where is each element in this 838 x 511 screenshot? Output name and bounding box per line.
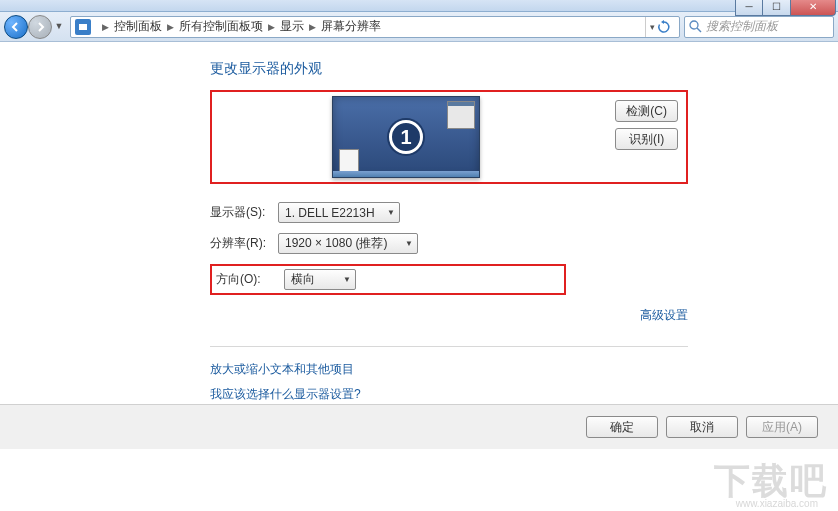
resolution-dropdown[interactable]: 1920 × 1080 (推荐) ▼ [278, 233, 418, 254]
refresh-icon[interactable] [657, 20, 671, 34]
watermark-text: 下载吧 [714, 457, 828, 506]
detect-button[interactable]: 检测(C) [615, 100, 678, 122]
search-placeholder: 搜索控制面板 [706, 18, 778, 35]
svg-line-1 [697, 28, 701, 32]
advanced-settings-link[interactable]: 高级设置 [640, 308, 688, 322]
resolution-row: 分辨率(R): 1920 × 1080 (推荐) ▼ [210, 233, 688, 254]
breadcrumb-item[interactable]: 显示 [280, 18, 304, 35]
help-link-text-size[interactable]: 放大或缩小文本和其他项目 [210, 361, 688, 378]
command-bar: 确定 取消 应用(A) [0, 404, 838, 449]
apply-button[interactable]: 应用(A) [746, 416, 818, 438]
dropdown-icon[interactable]: ▾ [650, 22, 655, 32]
preview-taskbar [333, 171, 479, 177]
resolution-label: 分辨率(R): [210, 235, 278, 252]
chevron-right-icon: ▶ [102, 22, 109, 32]
display-row: 显示器(S): 1. DELL E2213H ▼ [210, 202, 688, 223]
close-button[interactable]: ✕ [791, 0, 836, 16]
search-input[interactable]: 搜索控制面板 [684, 16, 834, 38]
page-title: 更改显示器的外观 [210, 60, 838, 78]
orientation-dropdown[interactable]: 横向 ▼ [284, 269, 356, 290]
preview-window-icon [339, 149, 359, 173]
svg-point-0 [690, 21, 698, 29]
chevron-right-icon: ▶ [167, 22, 174, 32]
breadcrumb-item[interactable]: 屏幕分辨率 [321, 18, 381, 35]
cancel-button[interactable]: 取消 [666, 416, 738, 438]
breadcrumb[interactable]: ▶ 控制面板 ▶ 所有控制面板项 ▶ 显示 ▶ 屏幕分辨率 ▾ [70, 16, 680, 38]
content-pane: 更改显示器的外观 1 检测(C) 识别(I) 显示器(S): 1. DELL E… [0, 42, 838, 464]
orientation-label: 方向(O): [212, 271, 284, 288]
identify-button[interactable]: 识别(I) [615, 128, 678, 150]
minimize-button[interactable]: ─ [735, 0, 763, 16]
nav-forward-button[interactable] [28, 15, 52, 39]
monitor-thumbnail[interactable]: 1 [332, 96, 480, 178]
address-bar: ▼ ▶ 控制面板 ▶ 所有控制面板项 ▶ 显示 ▶ 屏幕分辨率 ▾ 搜索控制面板 [0, 12, 838, 42]
preview-window-icon [447, 101, 475, 129]
chevron-right-icon: ▶ [268, 22, 275, 32]
nav-back-button[interactable] [4, 15, 28, 39]
breadcrumb-item[interactable]: 所有控制面板项 [179, 18, 263, 35]
display-label: 显示器(S): [210, 204, 278, 221]
monitor-preview-area: 1 检测(C) 识别(I) [210, 90, 688, 184]
control-panel-icon [75, 19, 91, 35]
nav-history-dropdown[interactable]: ▼ [52, 15, 66, 37]
chevron-down-icon: ▼ [337, 275, 351, 284]
ok-button[interactable]: 确定 [586, 416, 658, 438]
chevron-down-icon: ▼ [399, 239, 413, 248]
help-link-which-settings[interactable]: 我应该选择什么显示器设置? [210, 386, 688, 403]
display-dropdown[interactable]: 1. DELL E2213H ▼ [278, 202, 400, 223]
watermark-url: www.xiazaiba.com [736, 498, 818, 509]
maximize-button[interactable]: ☐ [763, 0, 791, 16]
orientation-row: 方向(O): 横向 ▼ [210, 264, 566, 295]
window-titlebar: ─ ☐ ✕ [0, 0, 838, 12]
breadcrumb-item[interactable]: 控制面板 [114, 18, 162, 35]
chevron-right-icon: ▶ [309, 22, 316, 32]
monitor-number-badge: 1 [389, 120, 423, 154]
chevron-down-icon: ▼ [381, 208, 395, 217]
search-icon [689, 20, 702, 33]
